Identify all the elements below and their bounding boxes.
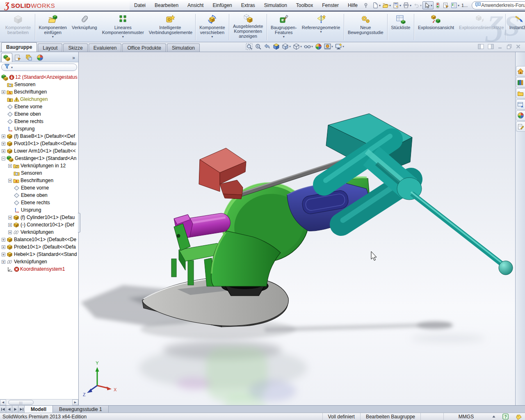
menu-toolbox[interactable]: Toolbox [292,0,317,11]
tree-filter-input[interactable]: ▾ [1,64,77,71]
tree-item-verkn-pfungen[interactable]: +Verknüpfungen [0,228,78,236]
panel-tab-configurationmanager[interactable] [23,53,34,62]
doc-pane-left-button[interactable] [478,44,484,49]
model-tab-modell[interactable]: Modell [25,406,53,413]
units-arrow-icon[interactable] [488,413,499,420]
tree-expander[interactable]: + [8,223,12,227]
ribbon-button-neue-bewegungsstudie[interactable]: Neue Bewegungsstudie [345,12,386,42]
toolbar-select-arrow-button[interactable]: ▾ [422,1,434,9]
panel-expand-button[interactable]: » [70,55,77,62]
tree-item-ebene-rechts[interactable]: Ebene rechts [0,199,78,206]
doc-doc-restore-button[interactable] [507,44,512,49]
scroll-left-arrow[interactable]: ◀ [0,399,6,405]
ribbon-button-referenzgeometrie[interactable]: Referenzgeometrie▾ [299,12,343,42]
toolbar-undo-button[interactable]: ▾ [412,2,422,9]
tree-item-12-standard-anzeigestatus[interactable]: 12 (Standard<Anzeigestatus [0,73,78,81]
tree-expander[interactable]: + [8,216,12,219]
doc-doc-close-button[interactable] [516,44,521,49]
menu-simulation[interactable]: Simulation [260,0,292,11]
tree-expander[interactable]: + [8,164,12,168]
taskpane-appearances-button[interactable] [516,110,525,121]
tree-expander[interactable]: + [2,142,5,146]
toolbar-new-document-button[interactable]: ▾ [371,2,381,9]
tree-item-lower-arm10-1-default[interactable]: +Lower Arm10<1> (Default<< [0,147,78,155]
tree-item-verkn-pfungen-in-12[interactable]: +Verknüpfungen in 12 [0,162,78,169]
view-hide-show-items-button[interactable]: ▾ [304,43,313,50]
tree-item-verkn-pfungen[interactable]: +Verknüpfungen [0,258,78,265]
dropdown-arrow-icon[interactable]: ▾ [52,35,54,39]
menu-pin[interactable] [363,2,369,8]
toolbar-task-list-button[interactable]: ▾ [450,2,460,9]
ribbon-button-komponenten-einf-gen[interactable]: Komponenten einfügen▾ [36,12,69,42]
status-help-button[interactable]: ? [499,413,512,420]
tree-item-ebene-oben[interactable]: Ebene oben [0,110,78,118]
taskpane-home-button[interactable] [516,66,525,76]
tab-layout[interactable]: Layout [38,43,62,52]
ribbon-button-lineares-komponentenmuster[interactable]: Lineares Komponentenmuster▾ [100,12,146,42]
tab-first-button[interactable] [0,406,6,413]
tab-skizze[interactable]: Skizze [63,43,87,52]
tree-item-pivot10-1-default-defau[interactable]: +Pivot10<1> (Default<<Defau [0,140,78,147]
tree-item-koordinatensystem1[interactable]: Koordinatensystem1 [0,265,78,273]
toolbar-save-button[interactable]: ▾ [392,2,402,9]
model-tab-bewegungsstudie-1[interactable]: Bewegungsstudie 1 [53,406,109,413]
tree-item-sensoren[interactable]: Sensoren [0,81,78,88]
ribbon-button-explosionsansicht[interactable]: Explosionsansicht [415,12,457,42]
tab-simulation[interactable]: Simulation [167,43,200,52]
taskpane-custom-properties-button[interactable] [516,121,525,132]
tree-expander[interactable]: + [2,245,5,249]
tree-expander[interactable]: + [2,135,5,138]
panel-tab-displaymanager[interactable] [34,53,46,62]
tab-evaluieren[interactable]: Evaluieren [89,43,122,52]
tree-item-probe10-1-default-defa[interactable]: +Probe10<1> (Default<<Defa [0,243,78,251]
tree-item-gest-nge-1-standard-an[interactable]: −Gestänge<1> (Standard<An [0,155,78,162]
tree-expander[interactable]: + [2,238,5,242]
search-input[interactable] [481,2,525,8]
view-edit-appearance-button[interactable] [315,43,322,50]
tree-item-ursprung[interactable]: Ursprung [0,125,78,132]
view-display-style-button[interactable]: ▾ [292,43,302,50]
toolbar-properties-button[interactable] [442,2,450,9]
view-view-settings-button[interactable]: ▾ [335,43,345,50]
scroll-right-arrow[interactable]: ▶ [72,399,78,405]
tree-item-balance10-1-default-de[interactable]: +Balance10<1> (Default<<De [0,236,78,243]
menu-extras[interactable]: Extras [237,0,260,11]
tree-item-beschriftungen[interactable]: +ABeschriftungen [0,177,78,184]
menu-bearbeiten[interactable]: Bearbeiten [150,0,183,11]
tree-horizontal-scrollbar[interactable]: ◀ ||| ▶ [0,399,78,405]
menu-datei[interactable]: Datei [130,0,150,11]
tree-expander[interactable]: + [8,179,12,183]
ribbon-button-baugruppen-features[interactable]: Baugruppen-Features▾ [268,12,299,42]
ribbon-button-instant3d[interactable]: Instant3D [507,12,525,42]
tree-item-sensoren[interactable]: Sensoren [0,169,78,177]
tree-item-ursprung[interactable]: Ursprung [0,206,78,214]
tree-expander[interactable]: + [2,149,5,153]
ribbon-button-verkn-pfung[interactable]: Verknüpfung [69,12,100,42]
tree-item-ebene-oben[interactable]: Ebene oben [0,192,78,199]
tree-item-ebene-rechts[interactable]: Ebene rechts [0,118,78,125]
scroll-thumb[interactable]: ||| [8,400,34,405]
doc-doc-minimize-button[interactable] [498,44,503,49]
tab-next-button[interactable] [12,406,18,413]
tree-item-f-baseb-1-default-def[interactable]: +(f) BaseB<1> (Default<<Def [0,132,78,140]
ribbon-button-intelligente-verbindungselemente[interactable]: Intelligente Verbindungselemente [146,12,194,42]
tab-baugruppe[interactable]: Baugruppe [1,42,37,52]
dropdown-arrow-icon[interactable]: ▾ [283,35,285,39]
ribbon-button-ausgeblendete-komponenten-anzeigen[interactable]: Ausgeblendete Komponenten anzeigen [231,12,265,42]
view-section-view-button[interactable] [272,43,280,50]
view-previous-view-button[interactable] [263,43,271,50]
menu-ansicht[interactable]: Ansicht [183,0,208,11]
menu-einf-gen[interactable]: Einfügen [208,0,236,11]
view-zoom-fit-button[interactable] [245,43,253,50]
tree-item-ebene-vorne[interactable]: Ebene vorne [0,103,78,110]
view-view-orientation-button[interactable]: ▾ [281,43,291,50]
tree-expander[interactable]: + [2,260,5,264]
taskpane-view-palette-button[interactable] [516,99,525,110]
tree-item-beschriftungen[interactable]: +ABeschriftungen [0,88,78,96]
panel-splitter[interactable] [78,213,80,233]
ribbon-button-komponente-bearbeiten[interactable]: Komponente bearbeiten [2,12,34,42]
search-box[interactable]: ▾ [472,1,525,9]
toolbar-traffic-light-button[interactable] [434,2,442,9]
ribbon-button-st-ckliste[interactable]: Stückliste [388,12,413,42]
tab-last-button[interactable] [18,406,25,413]
